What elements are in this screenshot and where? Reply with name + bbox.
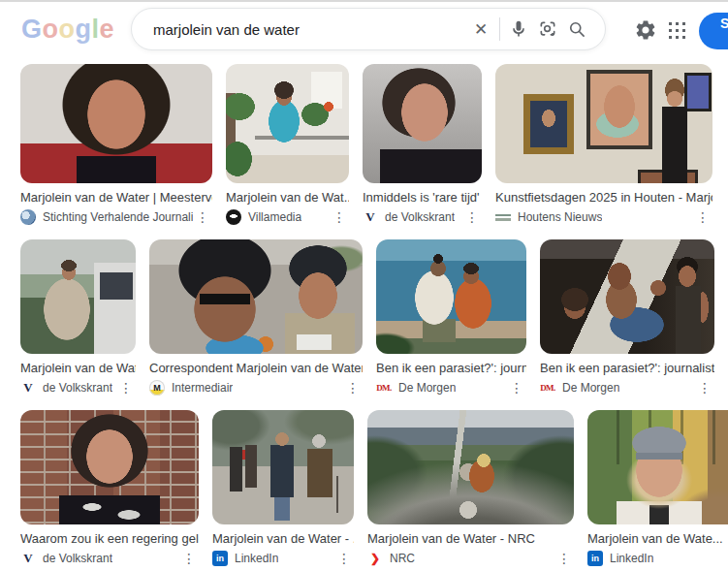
- more-options-icon[interactable]: ⋮: [554, 552, 574, 565]
- result-image[interactable]: [226, 64, 349, 183]
- result-image[interactable]: [20, 410, 199, 524]
- result-source[interactable]: de Volkskrant: [43, 552, 112, 565]
- image-result[interactable]: Correspondent Marjolein van de Water: ..…: [149, 239, 363, 397]
- image-result[interactable]: Ben ik een parasiet?': journalist ... DM…: [540, 239, 714, 397]
- image-result[interactable]: Ben ik een parasiet?': journ... DM. De M…: [376, 239, 526, 397]
- result-image[interactable]: [367, 410, 574, 524]
- google-apps-grid-icon[interactable]: [668, 21, 686, 40]
- more-options-icon[interactable]: ⋮: [330, 210, 349, 224]
- clear-search-icon[interactable]: ✕: [466, 15, 495, 44]
- result-source[interactable]: de Volkskrant: [385, 210, 455, 224]
- stichting-favicon-icon: [20, 209, 36, 225]
- results-row-1: Marjolein van de Water | Meestervert... …: [0, 64, 728, 226]
- search-submit-icon[interactable]: [562, 15, 591, 44]
- result-image[interactable]: [212, 410, 354, 524]
- more-options-icon[interactable]: ⋮: [116, 381, 136, 395]
- more-options-icon[interactable]: ⋮: [343, 381, 363, 395]
- result-title[interactable]: Ben ik een parasiet?': journ...: [376, 360, 526, 376]
- linkedin-favicon-icon: in: [587, 551, 603, 566]
- image-result[interactable]: Waarom zou ik een regering gelov... V de…: [20, 410, 199, 567]
- nrc-favicon-icon: ❯: [367, 551, 383, 566]
- image-result[interactable]: Marjolein van de Water | Meestervert... …: [20, 64, 212, 226]
- microphone-icon[interactable]: [504, 15, 533, 44]
- more-options-icon[interactable]: ⋮: [462, 210, 482, 224]
- de-morgen-favicon-icon: DM.: [376, 380, 392, 396]
- result-image[interactable]: [540, 239, 714, 354]
- result-title[interactable]: Correspondent Marjolein van de Water: ..…: [149, 360, 363, 376]
- search-bar-divider: [499, 17, 500, 41]
- more-options-icon[interactable]: ⋮: [693, 210, 712, 224]
- image-result[interactable]: Marjolein van de Wat... V de Volkskrant …: [20, 239, 136, 397]
- result-image[interactable]: [495, 64, 712, 183]
- result-image[interactable]: [149, 239, 363, 354]
- result-source[interactable]: NRC: [390, 552, 415, 565]
- result-title[interactable]: Marjolein van de Wate...: [587, 530, 728, 547]
- result-source[interactable]: de Volkskrant: [43, 381, 112, 395]
- image-results-grid: Marjolein van de Water | Meestervert... …: [0, 64, 728, 571]
- result-title[interactable]: Marjolein van de Water | Meestervert...: [20, 189, 212, 206]
- more-options-icon[interactable]: ⋮: [695, 381, 714, 395]
- result-source[interactable]: LinkedIn: [610, 552, 653, 565]
- more-options-icon[interactable]: ⋮: [179, 552, 199, 565]
- image-result[interactable]: Marjolein van de Water - ... in LinkedIn…: [212, 410, 354, 567]
- result-image[interactable]: [20, 239, 136, 354]
- results-row-2: Marjolein van de Wat... V de Volkskrant …: [0, 239, 728, 397]
- result-title[interactable]: Marjolein van de Water - NRC: [367, 530, 574, 547]
- more-options-icon[interactable]: ⋮: [723, 552, 728, 565]
- houtens-nieuws-favicon-icon: [495, 209, 511, 225]
- sign-in-button[interactable]: Sign in: [699, 13, 728, 49]
- image-result[interactable]: Kunstfietsdagen 2025 in Houten - Marjol.…: [495, 64, 712, 226]
- result-source[interactable]: Villamedia: [248, 210, 301, 224]
- result-title[interactable]: Marjolein van de Wat...: [226, 189, 349, 206]
- results-row-3: Waarom zou ik een regering gelov... V de…: [0, 410, 728, 567]
- intermediair-favicon-icon: M: [149, 380, 165, 396]
- search-input[interactable]: [151, 20, 466, 39]
- result-title[interactable]: Marjolein van de Wat...: [20, 360, 136, 376]
- more-options-icon[interactable]: ⋮: [334, 552, 354, 565]
- image-result[interactable]: Marjolein van de Wate... in LinkedIn ⋮: [587, 410, 728, 567]
- more-options-icon[interactable]: ⋮: [193, 210, 212, 224]
- result-title[interactable]: Inmiddels is 'rare tijd' ...: [363, 189, 482, 206]
- search-header: Google ✕ Sign in: [0, 2, 728, 64]
- settings-gear-icon[interactable]: [634, 18, 657, 42]
- result-source[interactable]: Intermediair: [172, 381, 233, 395]
- image-result[interactable]: Marjolein van de Wat... Villamedia ⋮: [226, 64, 349, 226]
- result-image[interactable]: [376, 239, 526, 354]
- image-result[interactable]: Inmiddels is 'rare tijd' ... V de Volksk…: [363, 64, 482, 226]
- result-source[interactable]: De Morgen: [562, 381, 619, 395]
- image-result[interactable]: Marjolein van de Water - NRC ❯ NRC ⋮: [367, 410, 574, 567]
- result-title[interactable]: Kunstfietsdagen 2025 in Houten - Marjol.…: [495, 189, 712, 206]
- volkskrant-favicon-icon: V: [20, 551, 36, 566]
- result-source[interactable]: LinkedIn: [235, 552, 278, 565]
- result-title[interactable]: Ben ik een parasiet?': journalist ...: [540, 360, 714, 376]
- volkskrant-favicon-icon: V: [20, 380, 36, 396]
- result-title[interactable]: Marjolein van de Water - ...: [212, 530, 354, 547]
- linkedin-favicon-icon: in: [212, 551, 228, 566]
- result-image[interactable]: [363, 64, 482, 183]
- villamedia-favicon-icon: [226, 209, 241, 225]
- google-logo[interactable]: Google: [21, 15, 114, 45]
- more-options-icon[interactable]: ⋮: [507, 381, 526, 395]
- result-title[interactable]: Waarom zou ik een regering gelov...: [20, 530, 199, 547]
- search-bar[interactable]: ✕: [131, 8, 606, 50]
- result-source[interactable]: Houtens Nieuws: [518, 210, 602, 224]
- result-source[interactable]: Stichting Verhalende Journalistiek: [43, 210, 193, 224]
- result-source[interactable]: De Morgen: [398, 381, 456, 395]
- google-lens-icon[interactable]: [533, 15, 562, 44]
- volkskrant-favicon-icon: V: [363, 209, 378, 225]
- result-image[interactable]: [587, 410, 728, 524]
- result-image[interactable]: [20, 64, 212, 183]
- de-morgen-favicon-icon: DM.: [540, 380, 555, 396]
